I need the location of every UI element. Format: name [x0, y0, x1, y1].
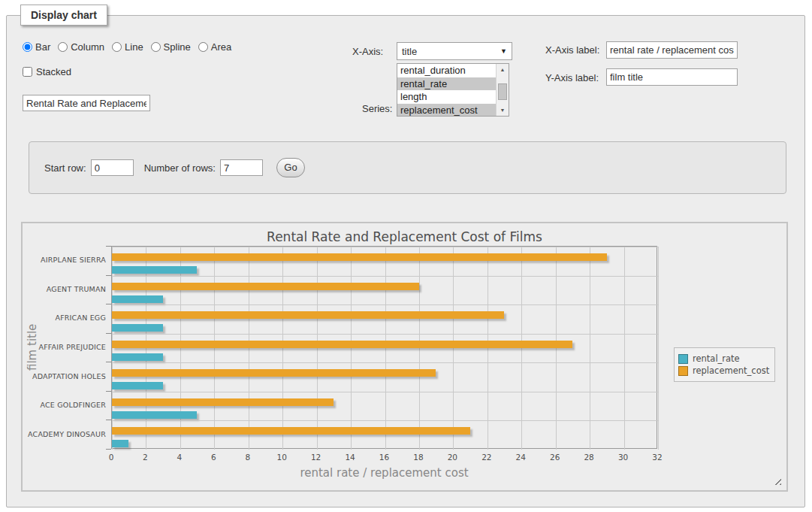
chart-type-label: Area: [211, 41, 231, 53]
series-option-replacement_cost[interactable]: replacement_cost: [397, 104, 496, 117]
x-axis-selected-value: title: [402, 46, 417, 57]
gridline: [112, 420, 658, 421]
bar-rental_rate: [112, 440, 128, 447]
x-tick-label: 6: [202, 453, 225, 462]
bar-rental_rate: [112, 295, 163, 303]
gridline: [112, 247, 658, 247]
radio-icon[interactable]: [23, 42, 32, 52]
bar-rental_rate: [112, 382, 163, 389]
x-tick-label: 2: [134, 453, 156, 462]
series-option-length[interactable]: length: [397, 90, 496, 104]
gridline: [146, 247, 146, 450]
chart-type-spline[interactable]: Spline: [151, 41, 191, 53]
chart-title-input[interactable]: [23, 95, 150, 111]
x-tick-label: 0: [100, 453, 122, 462]
gridline: [521, 247, 522, 450]
series-label: Series:: [362, 103, 392, 114]
gridline: [658, 247, 659, 450]
stacked-label: Stacked: [36, 66, 71, 77]
y-axis-tick: [106, 304, 111, 304]
bar-replacement_cost: [112, 427, 470, 435]
y-category-label: AFFAIR PREJUDICE: [23, 343, 106, 351]
series-options: rental_durationrental_ratelengthreplacem…: [397, 64, 496, 116]
x-axis-label-input[interactable]: [606, 41, 738, 59]
gridline: [112, 362, 658, 363]
x-tick-label: 18: [407, 453, 430, 462]
go-button[interactable]: Go: [276, 158, 305, 177]
gridline: [180, 247, 181, 450]
bar-replacement_cost: [112, 369, 436, 377]
gridline: [112, 247, 113, 450]
series-listbox[interactable]: rental_durationrental_ratelengthreplacem…: [397, 63, 509, 117]
y-category-label: ADAPTATION HOLES: [23, 372, 106, 380]
chart-type-column[interactable]: Column: [58, 41, 104, 53]
chart-x-axis-title: rental rate / replacement cost: [111, 466, 657, 480]
y-axis-tick: [106, 449, 111, 450]
fieldset-legend: Display chart: [20, 5, 107, 26]
legend-label: replacement_cost: [693, 365, 769, 376]
radio-icon[interactable]: [112, 42, 122, 52]
x-tick-label: 10: [270, 453, 293, 462]
gridline: [385, 247, 386, 450]
legend-label: rental_rate: [693, 353, 740, 364]
chart-type-area[interactable]: Area: [198, 41, 231, 53]
chart-type-line[interactable]: Line: [112, 41, 143, 53]
num-rows-input[interactable]: [220, 159, 263, 176]
start-row-label: Start row:: [44, 162, 86, 174]
y-axis-tick: [106, 391, 111, 392]
chart-type-label: Spline: [164, 41, 191, 53]
gridline: [112, 334, 658, 335]
series-scrollbar[interactable]: ▲ ▼: [496, 64, 509, 116]
x-tick-label: 16: [373, 453, 396, 462]
radio-icon[interactable]: [151, 42, 161, 52]
gridline: [453, 247, 454, 450]
resize-grip-icon[interactable]: [773, 477, 781, 485]
gridline: [624, 247, 625, 450]
radio-icon[interactable]: [58, 42, 68, 52]
y-axis-tick: [106, 362, 111, 362]
rows-panel: Start row: Number of rows: Go: [29, 141, 786, 194]
legend-item-replacement_cost: replacement_cost: [678, 365, 769, 376]
y-axis-tick: [106, 275, 111, 276]
x-tick-label: 30: [612, 453, 635, 462]
gridline: [282, 247, 283, 450]
scroll-up-icon[interactable]: ▲: [497, 64, 509, 75]
y-axis-label-input[interactable]: [606, 68, 738, 86]
x-tick-label: 26: [544, 453, 566, 462]
bar-replacement_cost: [112, 398, 334, 406]
x-axis-select[interactable]: title ▼: [397, 42, 512, 60]
gridline: [590, 247, 590, 450]
chart-title: Rental Rate and Replacement Cost of Film…: [23, 229, 786, 244]
chart-type-label: Bar: [35, 41, 50, 53]
bar-rental_rate: [112, 266, 197, 274]
scrollbar-thumb[interactable]: [498, 83, 507, 100]
y-category-label: AGENT TRUMAN: [23, 285, 106, 293]
chart-type-bar[interactable]: Bar: [23, 41, 50, 53]
gridline: [249, 247, 249, 450]
gridline: [112, 304, 658, 305]
num-rows-label: Number of rows:: [144, 162, 216, 174]
x-axis-label-label: X-Axis label:: [545, 44, 599, 56]
radio-icon[interactable]: [198, 42, 208, 52]
page: Display chart BarColumnLineSplineArea St…: [0, 0, 812, 512]
x-tick-label: 14: [339, 453, 361, 462]
x-tick-label: 32: [646, 453, 669, 462]
bar-replacement_cost: [112, 311, 504, 319]
series-option-rental_duration[interactable]: rental_duration: [397, 64, 496, 77]
scroll-down-icon[interactable]: ▼: [497, 105, 509, 116]
y-axis-tick: [106, 420, 111, 420]
bar-replacement_cost: [112, 341, 572, 348]
x-tick-label: 8: [237, 453, 259, 462]
chart-container: Rental Rate and Replacement Cost of Film…: [21, 222, 788, 492]
chart-type-radios: BarColumnLineSplineArea: [23, 41, 239, 53]
gridline: [419, 247, 420, 450]
chart-type-label: Line: [125, 41, 143, 53]
stacked-checkbox[interactable]: [23, 67, 32, 77]
series-option-rental_rate[interactable]: rental_rate: [397, 77, 496, 91]
chart-plot-area: [111, 246, 657, 449]
gridline: [112, 276, 658, 277]
x-tick-label: 20: [441, 453, 463, 462]
legend-swatch-icon: [678, 354, 688, 364]
stacked-checkbox-row[interactable]: Stacked: [23, 66, 71, 77]
start-row-input[interactable]: [91, 159, 134, 176]
